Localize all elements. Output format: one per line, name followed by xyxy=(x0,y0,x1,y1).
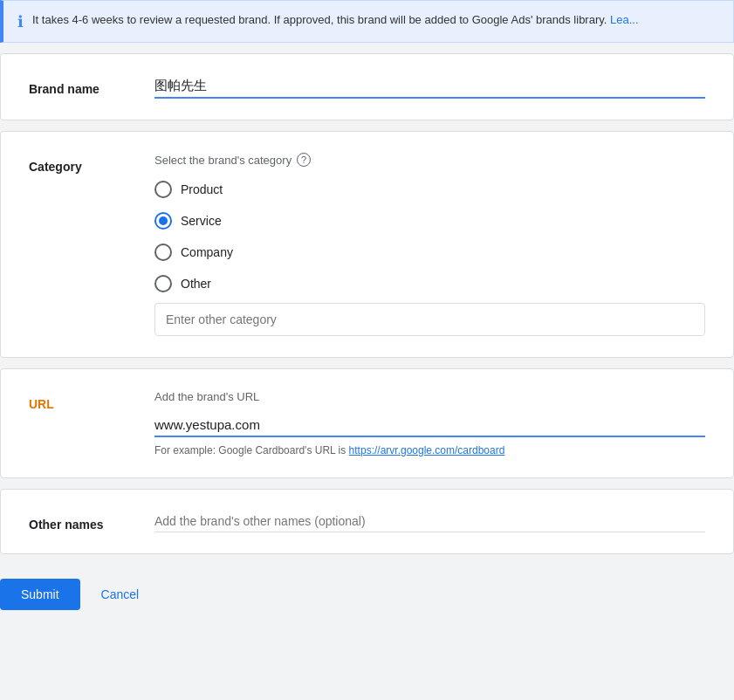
info-banner: ℹ It takes 4-6 weeks to review a request… xyxy=(0,0,734,43)
radio-product-label: Product xyxy=(181,182,223,196)
learn-more-link[interactable]: Lea... xyxy=(610,13,639,26)
brand-name-label: Brand name xyxy=(29,75,134,96)
radio-service[interactable] xyxy=(154,212,172,230)
radio-item-company[interactable]: Company xyxy=(154,244,705,261)
radio-item-other[interactable]: Other xyxy=(154,275,705,292)
other-category-input[interactable] xyxy=(154,303,705,336)
brand-name-input[interactable] xyxy=(154,75,705,99)
radio-product[interactable] xyxy=(154,181,172,198)
footer-buttons: Submit Cancel xyxy=(0,565,734,617)
help-icon[interactable]: ? xyxy=(297,153,311,167)
url-add-label: Add the brand's URL xyxy=(154,390,705,403)
cancel-button[interactable]: Cancel xyxy=(94,579,147,610)
url-example: For example: Google Cardboard's URL is h… xyxy=(154,444,705,456)
category-title: Select the brand's category ? xyxy=(154,153,705,167)
radio-item-service[interactable]: Service xyxy=(154,212,705,230)
url-example-link[interactable]: https://arvr.google.com/cardboard xyxy=(349,444,505,456)
radio-service-label: Service xyxy=(181,214,222,228)
brand-name-section: Brand name xyxy=(0,53,734,120)
radio-company[interactable] xyxy=(154,244,172,261)
other-names-label: Other names xyxy=(29,511,134,532)
url-label: URL xyxy=(29,390,134,411)
info-icon: ℹ xyxy=(17,12,24,31)
radio-other-label: Other xyxy=(181,277,211,291)
radio-company-label: Company xyxy=(181,245,233,259)
category-radio-group: Product Service Company Other xyxy=(154,181,705,292)
url-input[interactable] xyxy=(154,414,705,437)
radio-item-product[interactable]: Product xyxy=(154,181,705,198)
other-names-input[interactable] xyxy=(154,511,705,532)
category-label: Category xyxy=(29,153,134,174)
radio-other[interactable] xyxy=(154,275,172,292)
submit-button[interactable]: Submit xyxy=(0,579,80,610)
other-names-section: Other names xyxy=(0,489,734,554)
category-section: Category Select the brand's category ? P… xyxy=(0,131,734,358)
url-section: URL Add the brand's URL For example: Goo… xyxy=(0,368,734,478)
info-banner-text: It takes 4-6 weeks to review a requested… xyxy=(32,11,639,29)
